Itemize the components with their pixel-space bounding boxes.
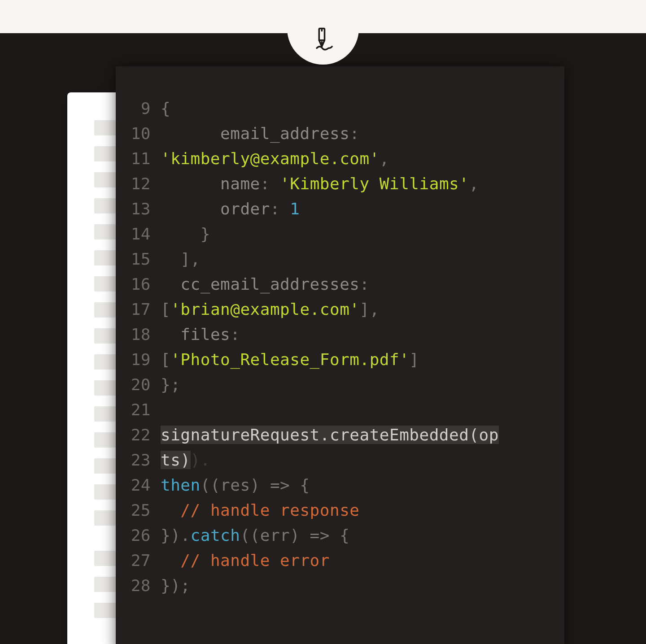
code-token: : — [360, 275, 370, 293]
code-token: [ — [161, 350, 170, 369]
code-token — [360, 124, 370, 143]
line-number: 27 — [116, 548, 161, 573]
code-token: files — [180, 325, 230, 344]
code-line[interactable]: 23ts)). — [116, 448, 564, 473]
code-token: : — [349, 124, 359, 143]
line-number: 28 — [116, 573, 161, 598]
code-token: name — [220, 174, 260, 193]
code-area[interactable]: 9{10 email_address: 11'kimberly@example.… — [116, 96, 564, 598]
code-token: email_address — [220, 124, 349, 143]
line-number: 24 — [116, 473, 161, 498]
code-content[interactable]: signatureRequest.createEmbedded(op — [161, 422, 564, 448]
code-line[interactable]: 24then((res) => { — [116, 473, 564, 498]
line-number: 26 — [116, 523, 161, 548]
code-token — [161, 174, 220, 193]
code-token: }). — [161, 526, 191, 544]
code-token: [ — [161, 300, 170, 318]
code-content[interactable]: files: — [161, 322, 564, 347]
code-line[interactable]: 21 — [116, 397, 564, 422]
code-token: { — [161, 99, 170, 117]
code-token: ((res) => { — [201, 476, 310, 494]
code-token — [161, 551, 180, 570]
code-line[interactable]: 12 name: 'Kimberly Williams', — [116, 171, 564, 196]
code-line[interactable]: 11'kimberly@example.com', — [116, 146, 564, 171]
line-number: 18 — [116, 322, 161, 347]
stage-backdrop: 9{10 email_address: 11'kimberly@example.… — [0, 33, 646, 644]
code-token: 'brian@example.com' — [170, 300, 359, 318]
code-line[interactable]: 9{ — [116, 96, 564, 121]
code-line[interactable]: 17['brian@example.com'], — [116, 297, 564, 322]
line-number: 10 — [116, 121, 161, 146]
code-token — [161, 200, 220, 218]
code-token: : — [270, 200, 290, 218]
code-token — [161, 275, 180, 293]
code-token — [161, 325, 180, 344]
code-line[interactable]: 28}); — [116, 573, 564, 598]
code-token: ] — [409, 350, 419, 369]
code-token: // handle error — [180, 551, 330, 570]
code-content[interactable]: email_address: — [161, 121, 564, 146]
code-token: 'kimberly@example.com' — [161, 149, 380, 168]
code-line[interactable]: 26}).catch((err) => { — [116, 523, 564, 548]
code-token — [161, 124, 220, 143]
code-line[interactable]: 14 } — [116, 222, 564, 247]
pen-signature-icon — [310, 27, 336, 54]
code-content[interactable]: // handle error — [161, 548, 564, 573]
code-content[interactable]: ], — [161, 247, 564, 272]
code-token: ((err) => { — [240, 526, 349, 544]
code-token: signatureRequest.createEmbedded(op — [161, 426, 499, 444]
code-token — [161, 501, 180, 519]
code-content[interactable]: ts)). — [161, 448, 564, 473]
line-number: 12 — [116, 171, 161, 196]
code-token: // handle response — [180, 501, 359, 519]
line-number: 17 — [116, 297, 161, 322]
code-token: } — [161, 225, 210, 243]
code-token: cc_email_addresses — [180, 275, 359, 293]
code-token: then — [161, 476, 201, 494]
code-line[interactable]: 27 // handle error — [116, 548, 564, 573]
code-line[interactable]: 10 email_address: — [116, 121, 564, 146]
line-number: 9 — [116, 96, 161, 121]
code-content[interactable]: }).catch((err) => { — [161, 523, 564, 548]
code-token: catch — [191, 526, 240, 544]
code-content[interactable]: then((res) => { — [161, 473, 564, 498]
line-number: 14 — [116, 222, 161, 247]
line-number: 15 — [116, 247, 161, 272]
code-token: ). — [191, 451, 210, 469]
code-line[interactable]: 25 // handle response — [116, 498, 564, 523]
code-line[interactable]: 19['Photo_Release_Form.pdf'] — [116, 347, 564, 372]
code-token: , — [469, 174, 479, 193]
code-token: order — [220, 200, 270, 218]
code-content[interactable]: 'kimberly@example.com', — [161, 146, 564, 171]
code-content[interactable]: // handle response — [161, 498, 564, 523]
line-number: 16 — [116, 272, 161, 297]
line-number: 21 — [116, 397, 161, 422]
code-token: ], — [161, 250, 201, 268]
code-token: }; — [161, 375, 180, 394]
code-content[interactable]: ['brian@example.com'], — [161, 297, 564, 322]
code-content[interactable]: } — [161, 222, 564, 247]
line-number: 22 — [116, 422, 161, 448]
code-content[interactable]: }); — [161, 573, 564, 598]
line-number: 25 — [116, 498, 161, 523]
code-content[interactable]: cc_email_addresses: — [161, 272, 564, 297]
code-token: ], — [360, 300, 380, 318]
code-token: ts) — [161, 451, 191, 469]
code-line[interactable]: 18 files: — [116, 322, 564, 347]
code-editor-panel[interactable]: 9{10 email_address: 11'kimberly@example.… — [116, 66, 564, 644]
code-token: }); — [161, 576, 191, 595]
code-content[interactable]: ['Photo_Release_Form.pdf'] — [161, 347, 564, 372]
code-line[interactable]: 22signatureRequest.createEmbedded(op — [116, 422, 564, 448]
line-number: 11 — [116, 146, 161, 171]
code-line[interactable]: 15 ], — [116, 247, 564, 272]
code-content[interactable]: }; — [161, 372, 564, 397]
code-line[interactable]: 13 order: 1 — [116, 196, 564, 222]
code-token: 'Photo_Release_Form.pdf' — [170, 350, 409, 369]
code-content[interactable]: order: 1 — [161, 196, 564, 222]
code-content[interactable]: name: 'Kimberly Williams', — [161, 171, 564, 196]
line-number: 19 — [116, 347, 161, 372]
code-line[interactable]: 16 cc_email_addresses: — [116, 272, 564, 297]
code-line[interactable]: 20}; — [116, 372, 564, 397]
code-token: 'Kimberly Williams' — [280, 174, 469, 193]
code-content[interactable]: { — [161, 96, 564, 121]
